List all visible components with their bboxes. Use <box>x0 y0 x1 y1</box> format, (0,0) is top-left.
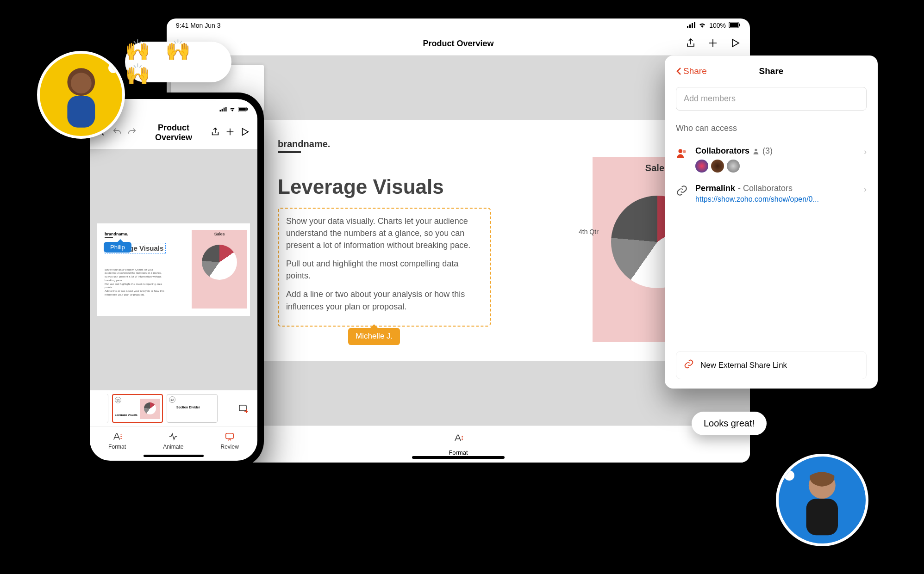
iphone-header: Product Overview <box>90 119 257 149</box>
signal-icon <box>219 106 227 113</box>
permalink-row[interactable]: Permalink - Collaborators https://show.z… <box>676 178 867 209</box>
share-back-button[interactable]: Share <box>676 66 707 76</box>
pie-chart-panel: Sales 4th Qtr 3rd Qtr <box>593 157 667 342</box>
link-icon <box>676 185 688 197</box>
slide-para-1: Show your data visually. Charts let your… <box>286 215 482 251</box>
collaborator-avatar-2 <box>776 454 868 546</box>
svg-rect-15 <box>239 107 246 111</box>
external-link-icon <box>684 359 694 371</box>
tab-review[interactable]: Review <box>221 432 239 450</box>
presence-dot <box>108 63 119 73</box>
svg-rect-10 <box>220 110 221 111</box>
iphone-bottom-tabs: Format Animate Review <box>90 426 257 453</box>
collaborator-avatar-1 <box>37 51 125 139</box>
svg-rect-17 <box>239 405 246 411</box>
document-title: Product Overview <box>423 39 493 49</box>
pie-chart <box>611 196 667 288</box>
add-slide-button[interactable] <box>234 394 253 423</box>
tab-animate[interactable]: Animate <box>163 432 183 450</box>
add-icon[interactable] <box>707 37 718 50</box>
signal-icon <box>687 22 695 29</box>
battery-icon <box>729 22 741 29</box>
tab-format[interactable]: Format <box>108 432 126 450</box>
play-icon[interactable] <box>240 127 250 139</box>
presence-dot <box>784 470 794 481</box>
wifi-icon <box>229 106 236 113</box>
svg-point-7 <box>678 149 682 153</box>
svg-rect-12 <box>224 107 225 111</box>
chart-title: Sales <box>593 157 667 179</box>
play-icon[interactable] <box>730 37 741 50</box>
svg-rect-13 <box>225 107 227 111</box>
permalink-sublabel: - Collaborators <box>738 184 793 193</box>
document-title: Product Overview <box>142 123 206 142</box>
svg-rect-2 <box>692 23 693 28</box>
slide-thumb-next[interactable]: 12 Section Divider <box>167 394 218 423</box>
format-label[interactable]: Format <box>449 449 468 456</box>
collaborators-label: Collaborators <box>695 146 749 156</box>
battery-icon <box>238 106 248 113</box>
iphone-device: Product Overview brandname. Leverage Vis… <box>83 93 264 467</box>
slide-thumb-prev[interactable] <box>94 394 108 423</box>
permalink-label: Permalink <box>695 184 735 193</box>
slide-text-selection[interactable]: Show your data visually. Charts let your… <box>278 208 491 327</box>
svg-rect-18 <box>226 433 234 439</box>
collaborator-cursor-tag: Michelle J. <box>348 328 400 345</box>
svg-rect-3 <box>694 22 695 28</box>
slide-heading: Leverage Visuals <box>278 175 639 198</box>
svg-rect-11 <box>222 109 223 111</box>
slide-mini[interactable]: brandname. Leverage Visuals Philip Show … <box>97 223 250 316</box>
chevron-right-icon: › <box>864 147 867 157</box>
slide-para-3: Add a line or two about your analysis or… <box>286 288 482 312</box>
comment-bubble: Looks great! <box>692 412 767 435</box>
slide-para-2: Pull out and highlight the most compelli… <box>286 258 482 282</box>
format-icon[interactable] <box>453 433 463 445</box>
pie-label-4th: 4th Qtr <box>579 228 599 235</box>
share-title: Share <box>759 66 784 76</box>
svg-rect-20 <box>67 96 95 128</box>
svg-rect-6 <box>739 24 740 26</box>
home-indicator <box>144 455 204 457</box>
collaborators-count: (3) <box>762 146 773 156</box>
slide-thumb-active[interactable]: 11 Leverage Visuals <box>112 394 163 423</box>
undo-icon[interactable] <box>112 127 122 139</box>
collaborators-icon <box>676 147 688 159</box>
person-icon <box>752 148 760 155</box>
status-time: 9:41 Mon Jun 3 <box>176 22 221 29</box>
svg-rect-0 <box>687 26 688 28</box>
svg-rect-16 <box>247 108 248 110</box>
slide-brand: brandname. <box>278 139 639 149</box>
wifi-icon <box>698 22 706 29</box>
iphone-slide-canvas[interactable]: brandname. Leverage Visuals Philip Show … <box>90 149 257 390</box>
slide-thumbnails: 11 Leverage Visuals 12 Section Divider <box>90 390 257 426</box>
emoji-reaction-bubble: 🙌 🙌 🙌 <box>125 42 231 82</box>
chevron-right-icon: › <box>864 185 867 194</box>
svg-point-9 <box>755 148 757 151</box>
collaborator-avatars <box>695 160 867 173</box>
svg-rect-23 <box>806 499 838 535</box>
share-icon[interactable] <box>685 37 696 50</box>
svg-rect-5 <box>730 23 738 27</box>
add-icon[interactable] <box>225 127 235 139</box>
mini-pie-panel: Sales <box>192 230 247 309</box>
ipad-status-bar: 9:41 Mon Jun 3 100% <box>167 19 750 32</box>
permalink-url[interactable]: https://show.zoho.com/show/open/0... <box>695 195 867 204</box>
redo-icon[interactable] <box>127 127 137 139</box>
slide[interactable]: brandname. Leverage Visuals Show your da… <box>250 120 667 361</box>
who-can-access-label: Who can access <box>676 123 867 133</box>
battery-percent: 100% <box>709 22 726 29</box>
share-icon[interactable] <box>210 127 220 139</box>
slide-thumb-more[interactable] <box>221 394 231 423</box>
ipad-header: Product Overview <box>167 32 750 56</box>
collaborators-row[interactable]: Collaborators (3) › <box>676 141 867 178</box>
collaborator-cursor-tag: Philip <box>104 242 131 253</box>
home-indicator <box>412 456 505 459</box>
svg-point-21 <box>71 73 92 94</box>
add-members-input[interactable]: Add members <box>676 87 867 111</box>
svg-rect-1 <box>689 25 691 28</box>
svg-point-8 <box>683 150 686 154</box>
share-panel: Share Share Add members Who can access C… <box>665 56 878 389</box>
new-external-share-button[interactable]: New External Share Link <box>676 351 867 379</box>
